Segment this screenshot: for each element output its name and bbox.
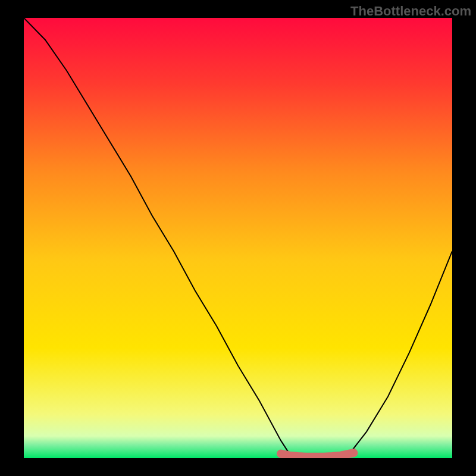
plot-area <box>24 18 452 458</box>
gradient-background <box>24 18 452 458</box>
optimal-range-end-dot <box>350 449 357 456</box>
watermark-text: TheBottleneck.com <box>350 4 471 19</box>
optimal-range-line <box>281 453 353 457</box>
chart-svg <box>24 18 452 458</box>
chart-container: TheBottleneck.com <box>0 0 476 476</box>
